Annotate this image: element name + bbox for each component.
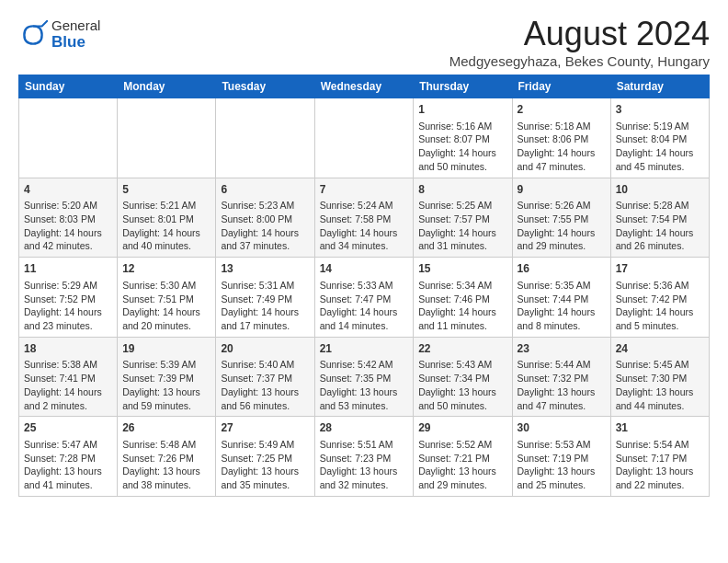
day-number: 10 bbox=[616, 182, 704, 198]
day-info: Sunrise: 5:19 AM bbox=[616, 120, 704, 133]
day-info: Sunset: 7:51 PM bbox=[122, 293, 210, 306]
day-number: 27 bbox=[221, 420, 309, 436]
day-number: 2 bbox=[518, 102, 606, 118]
calendar-cell: 8Sunrise: 5:25 AMSunset: 7:57 PMDaylight… bbox=[414, 178, 512, 258]
day-header-friday: Friday bbox=[512, 75, 610, 98]
calendar-cell: 10Sunrise: 5:28 AMSunset: 7:54 PMDayligh… bbox=[610, 178, 709, 258]
day-info: Sunset: 7:35 PM bbox=[320, 372, 409, 385]
day-info: and 5 minutes. bbox=[616, 319, 704, 333]
day-info: Sunrise: 5:48 AM bbox=[122, 438, 210, 452]
day-number: 26 bbox=[122, 420, 210, 436]
day-info: Sunrise: 5:33 AM bbox=[320, 279, 409, 293]
calendar-cell: 3Sunrise: 5:19 AMSunset: 8:04 PMDaylight… bbox=[610, 98, 709, 178]
day-info: Sunset: 7:41 PM bbox=[24, 372, 112, 385]
day-number: 24 bbox=[616, 341, 704, 357]
day-info: Sunset: 8:06 PM bbox=[518, 132, 606, 146]
day-info: and 34 minutes. bbox=[320, 239, 409, 253]
day-info: Daylight: 14 hours bbox=[418, 226, 506, 240]
day-info: Sunrise: 5:39 AM bbox=[122, 358, 210, 372]
day-info: Sunrise: 5:53 AM bbox=[518, 438, 606, 452]
calendar-cell: 17Sunrise: 5:36 AMSunset: 7:42 PMDayligh… bbox=[610, 258, 709, 338]
day-info: and 11 minutes. bbox=[418, 319, 506, 333]
calendar-cell: 25Sunrise: 5:47 AMSunset: 7:28 PMDayligh… bbox=[19, 417, 118, 497]
logo-blue: Blue bbox=[51, 34, 100, 52]
day-info: and 23 minutes. bbox=[24, 319, 112, 333]
day-info: Sunrise: 5:45 AM bbox=[616, 358, 704, 372]
day-info: Sunset: 8:00 PM bbox=[221, 213, 309, 226]
week-row-3: 11Sunrise: 5:29 AMSunset: 7:52 PMDayligh… bbox=[19, 258, 710, 338]
calendar-cell: 29Sunrise: 5:52 AMSunset: 7:21 PMDayligh… bbox=[414, 417, 512, 497]
calendar-cell: 4Sunrise: 5:20 AMSunset: 8:03 PMDaylight… bbox=[19, 178, 118, 258]
day-header-sunday: Sunday bbox=[19, 75, 118, 98]
day-info: and 14 minutes. bbox=[320, 319, 409, 333]
day-info: Daylight: 14 hours bbox=[518, 226, 606, 240]
calendar-cell: 16Sunrise: 5:35 AMSunset: 7:44 PMDayligh… bbox=[512, 258, 610, 338]
day-info: Daylight: 14 hours bbox=[122, 226, 210, 240]
calendar-cell: 12Sunrise: 5:30 AMSunset: 7:51 PMDayligh… bbox=[118, 258, 216, 338]
day-info: Daylight: 14 hours bbox=[418, 305, 506, 319]
day-info: and 32 minutes. bbox=[320, 478, 409, 492]
day-number: 9 bbox=[518, 182, 606, 198]
calendar-cell: 23Sunrise: 5:44 AMSunset: 7:32 PMDayligh… bbox=[512, 337, 610, 417]
day-info: Daylight: 13 hours bbox=[518, 385, 606, 399]
calendar-cell bbox=[19, 98, 118, 178]
day-header-thursday: Thursday bbox=[414, 75, 512, 98]
day-number: 1 bbox=[418, 102, 506, 118]
day-info: and 20 minutes. bbox=[122, 319, 210, 333]
day-info: Daylight: 14 hours bbox=[24, 226, 112, 240]
day-info: Daylight: 14 hours bbox=[122, 305, 210, 319]
day-info: Sunset: 7:37 PM bbox=[221, 372, 309, 385]
day-info: Daylight: 14 hours bbox=[616, 305, 704, 319]
day-info: Sunset: 7:34 PM bbox=[418, 372, 506, 385]
day-info: and 42 minutes. bbox=[24, 239, 112, 253]
calendar-cell: 1Sunrise: 5:16 AMSunset: 8:07 PMDaylight… bbox=[414, 98, 512, 178]
day-number: 30 bbox=[518, 420, 606, 436]
title-area: August 2024 Medgyesegyhaza, Bekes County… bbox=[449, 15, 710, 69]
calendar-cell: 22Sunrise: 5:43 AMSunset: 7:34 PMDayligh… bbox=[414, 337, 512, 417]
calendar-table: SundayMondayTuesdayWednesdayThursdayFrid… bbox=[18, 75, 710, 497]
calendar-cell: 19Sunrise: 5:39 AMSunset: 7:39 PMDayligh… bbox=[118, 337, 216, 417]
day-number: 19 bbox=[122, 341, 210, 357]
day-number: 15 bbox=[418, 261, 506, 277]
day-info: Sunset: 7:46 PM bbox=[418, 293, 506, 306]
day-info: Sunrise: 5:51 AM bbox=[320, 438, 409, 452]
calendar-cell: 13Sunrise: 5:31 AMSunset: 7:49 PMDayligh… bbox=[216, 258, 314, 338]
week-row-1: 1Sunrise: 5:16 AMSunset: 8:07 PMDaylight… bbox=[19, 98, 710, 178]
day-number: 18 bbox=[24, 341, 112, 357]
day-number: 11 bbox=[24, 261, 112, 277]
calendar-cell: 21Sunrise: 5:42 AMSunset: 7:35 PMDayligh… bbox=[314, 337, 414, 417]
day-info: Sunrise: 5:38 AM bbox=[24, 358, 112, 372]
day-info: Daylight: 13 hours bbox=[221, 465, 309, 478]
day-info: Daylight: 14 hours bbox=[616, 146, 704, 160]
day-info: and 2 minutes. bbox=[24, 399, 112, 413]
day-info: Sunrise: 5:26 AM bbox=[518, 199, 606, 213]
calendar-subtitle: Medgyesegyhaza, Bekes County, Hungary bbox=[449, 53, 710, 69]
day-info: and 29 minutes. bbox=[418, 478, 506, 492]
day-number: 13 bbox=[221, 261, 309, 277]
day-info: Sunset: 7:57 PM bbox=[418, 213, 506, 226]
day-info: Daylight: 13 hours bbox=[616, 385, 704, 399]
day-number: 21 bbox=[320, 341, 409, 357]
day-info: Sunset: 7:25 PM bbox=[221, 452, 309, 465]
logo: General Blue bbox=[18, 18, 100, 51]
calendar-cell: 14Sunrise: 5:33 AMSunset: 7:47 PMDayligh… bbox=[314, 258, 414, 338]
day-number: 8 bbox=[418, 182, 506, 198]
day-number: 4 bbox=[24, 182, 112, 198]
day-info: and 45 minutes. bbox=[616, 160, 704, 174]
day-info: Daylight: 14 hours bbox=[518, 305, 606, 319]
day-info: Sunset: 7:42 PM bbox=[616, 293, 704, 306]
day-info: Daylight: 13 hours bbox=[122, 385, 210, 399]
day-info: Sunset: 7:17 PM bbox=[616, 452, 704, 465]
calendar-cell: 7Sunrise: 5:24 AMSunset: 7:58 PMDaylight… bbox=[314, 178, 414, 258]
calendar-cell bbox=[216, 98, 314, 178]
day-info: and 47 minutes. bbox=[518, 399, 606, 413]
day-info: Sunrise: 5:40 AM bbox=[221, 358, 309, 372]
day-info: and 38 minutes. bbox=[122, 478, 210, 492]
days-header-row: SundayMondayTuesdayWednesdayThursdayFrid… bbox=[19, 75, 710, 98]
day-info: Sunset: 7:39 PM bbox=[122, 372, 210, 385]
week-row-4: 18Sunrise: 5:38 AMSunset: 7:41 PMDayligh… bbox=[19, 337, 710, 417]
day-header-monday: Monday bbox=[118, 75, 216, 98]
day-info: Sunrise: 5:47 AM bbox=[24, 438, 112, 452]
day-info: and 37 minutes. bbox=[221, 239, 309, 253]
day-info: Sunrise: 5:54 AM bbox=[616, 438, 704, 452]
